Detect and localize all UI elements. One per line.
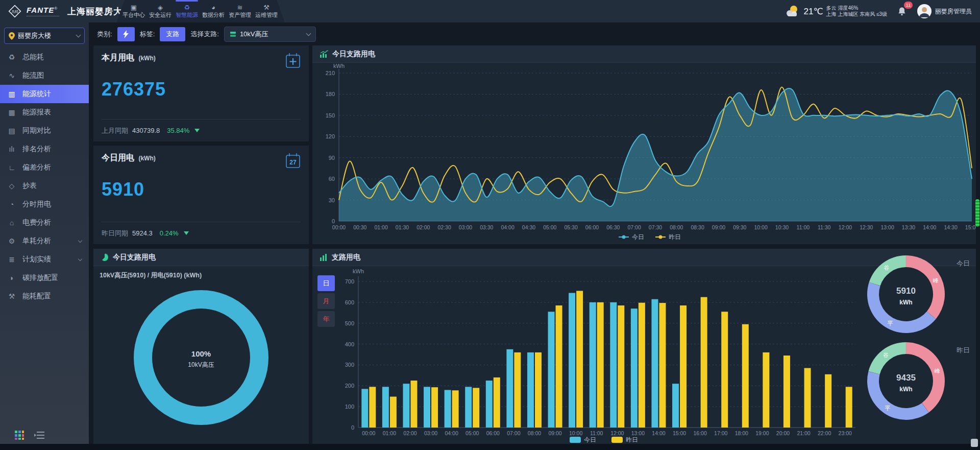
- svg-text:09:00: 09:00: [712, 224, 725, 230]
- sidebar-item-label: 能耗配置: [22, 292, 82, 301]
- app-grid-icon[interactable]: [14, 430, 24, 440]
- svg-text:90: 90: [329, 155, 335, 161]
- svg-text:10:00: 10:00: [754, 224, 768, 230]
- svg-text:谷: 谷: [884, 265, 890, 271]
- today-compare-label: 昨日同期: [102, 229, 128, 238]
- side-menu: ♻总能耗∿能流图▥能源统计▦能源报表▤同期对比ılı排名分析∟偏差分析◇抄表◔分…: [0, 48, 89, 305]
- month-card-title: 本月用电: [102, 53, 134, 62]
- sidebar-item-分时用电[interactable]: ◔分时用电: [0, 195, 89, 214]
- svg-text:0: 0: [332, 218, 335, 224]
- pie-chart-icon: [101, 253, 109, 262]
- sidebar-item-label: 总能耗: [22, 53, 82, 62]
- svg-text:05:30: 05:30: [565, 224, 578, 230]
- menu-list-icon[interactable]: [34, 431, 45, 439]
- today-usage-card: 今日用电 (kWh) 27 5910 昨日同期 5924.3 0.24%: [93, 146, 309, 244]
- nav-item-平台中心[interactable]: ▣平台中心: [120, 0, 147, 22]
- sidebar-item-电费分析[interactable]: ⌂电费分析: [0, 214, 89, 232]
- tag-branch-button[interactable]: 支路: [160, 27, 185, 41]
- sidebar-item-能耗配置[interactable]: ⚒能耗配置: [0, 287, 89, 305]
- calendar-add-icon[interactable]: [284, 52, 302, 69]
- svg-text:02:00: 02:00: [416, 224, 430, 230]
- building-select[interactable]: 丽婴房大楼: [4, 28, 85, 44]
- svg-text:04:30: 04:30: [522, 224, 535, 230]
- sidebar-item-label: 排名分析: [22, 145, 82, 154]
- sidebar-item-label: 电费分析: [22, 218, 82, 227]
- period-button-月[interactable]: 月: [317, 293, 335, 309]
- svg-text:210: 210: [326, 70, 335, 76]
- building-select-value: 丽婴房大楼: [18, 31, 74, 40]
- svg-text:00:00: 00:00: [362, 430, 375, 436]
- nav-item-安全运行[interactable]: ◈安全运行: [147, 0, 174, 22]
- svg-text:11:30: 11:30: [818, 224, 831, 230]
- energy-report-icon: ▦: [7, 108, 16, 116]
- nav-label: 安全运行: [149, 11, 172, 19]
- svg-text:昨日: 昨日: [957, 346, 970, 354]
- svg-text:06:30: 06:30: [606, 224, 620, 230]
- sidebar-item-label: 分时用电: [22, 200, 82, 209]
- sidebar-item-label: 碳排放配置: [22, 273, 82, 282]
- nav-item-智慧能源[interactable]: ♻智慧能源: [174, 0, 200, 22]
- sidebar-item-总能耗[interactable]: ♻总能耗: [0, 48, 89, 66]
- svg-text:11:00: 11:00: [797, 224, 810, 230]
- svg-text:20:00: 20:00: [776, 430, 790, 436]
- branch-icon: [230, 31, 236, 37]
- notifications-button[interactable]: 11: [894, 4, 910, 19]
- user-menu[interactable]: 丽婴房管理员: [917, 4, 972, 19]
- ops-icon: ⚒: [263, 4, 270, 11]
- svg-text:09:00: 09:00: [548, 430, 561, 436]
- svg-text:今日: 今日: [632, 233, 644, 241]
- sidebar-item-计划实绩[interactable]: ≣计划实绩: [0, 250, 89, 269]
- nav-item-运维管理[interactable]: ⚒运维管理: [253, 0, 280, 22]
- today-branch-pie-panel: 今日支路用电 10kV高压(5910) / 用电(5910) (kWh) 100…: [93, 249, 309, 444]
- svg-text:12:30: 12:30: [860, 224, 873, 230]
- sidebar-item-label: 抄表: [22, 181, 82, 191]
- sidebar-item-碳排放配置[interactable]: ◗碳排放配置: [0, 269, 89, 287]
- sidebar-item-单耗分析[interactable]: ⚙单耗分析: [0, 232, 89, 250]
- logo-text: FANTE: [27, 6, 54, 14]
- svg-text:05:00: 05:00: [465, 430, 479, 436]
- svg-text:谷: 谷: [883, 352, 889, 358]
- sidebar-item-能源报表[interactable]: ▦能源报表: [0, 103, 89, 122]
- svg-text:03:30: 03:30: [480, 224, 493, 230]
- sidebar-item-抄表[interactable]: ◇抄表: [0, 177, 89, 195]
- sidebar-item-能流图[interactable]: ∿能流图: [0, 66, 89, 85]
- branch-select[interactable]: 10kV高压: [224, 27, 316, 42]
- calendar-day-icon[interactable]: 27: [284, 152, 302, 169]
- svg-text:10:00: 10:00: [569, 430, 582, 436]
- svg-text:kWh: kWh: [899, 299, 912, 306]
- svg-text:kWh: kWh: [353, 268, 364, 274]
- month-card-unit: (kWh): [138, 55, 155, 62]
- period-button-日[interactable]: 日: [317, 275, 335, 291]
- category-electric-button[interactable]: [117, 27, 135, 41]
- svg-text:平: 平: [885, 405, 890, 411]
- month-percent: 35.84%: [167, 127, 189, 134]
- svg-text:14:00: 14:00: [652, 430, 665, 436]
- svg-text:凡特: 凡特: [11, 10, 18, 14]
- sidebar-item-label: 同期对比: [22, 126, 82, 135]
- svg-text:13:00: 13:00: [881, 224, 894, 230]
- scroll-corner[interactable]: [971, 439, 978, 447]
- nav-item-数据分析[interactable]: ◕数据分析: [200, 0, 227, 22]
- svg-text:15:00: 15:00: [965, 224, 976, 230]
- period-button-年[interactable]: 年: [317, 311, 335, 327]
- trend-chart-icon: [320, 50, 328, 58]
- svg-text:平: 平: [887, 320, 893, 326]
- svg-text:120: 120: [326, 133, 335, 139]
- recycle-icon: ♻: [7, 53, 16, 61]
- svg-text:60: 60: [329, 176, 335, 182]
- scrollbar-thumb[interactable]: [975, 199, 979, 227]
- deviation-icon: ∟: [7, 163, 16, 172]
- svg-text:08:00: 08:00: [528, 430, 541, 436]
- app-header: 凡特 FANTE® 上海丽婴房大楼 ▣平台中心◈安全运行♻智慧能源◕数据分析≋资…: [0, 0, 980, 22]
- sidebar-item-label: 单耗分析: [22, 236, 72, 246]
- sidebar-item-排名分析[interactable]: ılı排名分析: [0, 140, 89, 158]
- svg-text:04:00: 04:00: [501, 224, 514, 230]
- month-usage-value: 276375: [102, 79, 301, 100]
- sidebar-item-同期对比[interactable]: ▤同期对比: [0, 122, 89, 140]
- sidebar-item-偏差分析[interactable]: ∟偏差分析: [0, 158, 89, 177]
- sidebar-item-label: 能流图: [22, 71, 82, 80]
- carbon-config-icon: ◗: [7, 274, 16, 282]
- nav-item-资产管理[interactable]: ≋资产管理: [227, 0, 253, 22]
- sidebar-item-能源统计[interactable]: ▥能源统计: [0, 85, 89, 103]
- time-of-use-icon: ◔: [7, 200, 16, 208]
